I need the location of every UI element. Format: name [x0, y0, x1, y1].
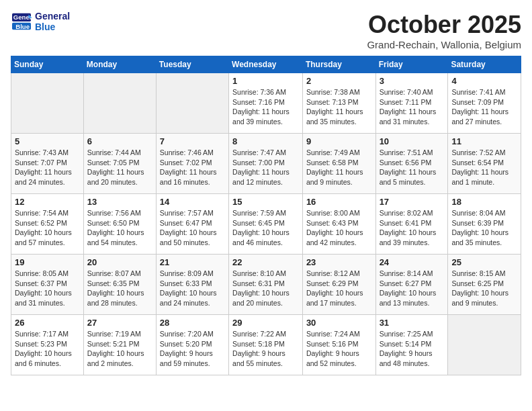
day-number: 22	[232, 257, 299, 267]
day-info: Sunrise: 7:46 AM Sunset: 7:02 PM Dayligh…	[160, 148, 225, 187]
day-number: 24	[380, 257, 445, 267]
week-row-3: 12Sunrise: 7:54 AM Sunset: 6:52 PM Dayli…	[11, 194, 521, 255]
day-number: 13	[87, 197, 152, 207]
day-info: Sunrise: 7:24 AM Sunset: 5:16 PM Dayligh…	[306, 329, 372, 369]
day-info: Sunrise: 7:49 AM Sunset: 6:58 PM Dayligh…	[306, 148, 372, 187]
day-info: Sunrise: 7:51 AM Sunset: 6:56 PM Dayligh…	[380, 148, 445, 187]
calendar-cell: 5Sunrise: 7:43 AM Sunset: 7:07 PM Daylig…	[11, 134, 84, 194]
weekday-header-sunday: Sunday	[11, 56, 84, 73]
day-number: 11	[451, 136, 517, 146]
calendar-cell: 27Sunrise: 7:19 AM Sunset: 5:21 PM Dayli…	[83, 315, 156, 375]
day-info: Sunrise: 8:15 AM Sunset: 6:25 PM Dayligh…	[451, 269, 517, 308]
day-number: 7	[160, 136, 225, 146]
day-number: 16	[306, 197, 372, 207]
calendar-cell: 28Sunrise: 7:20 AM Sunset: 5:20 PM Dayli…	[156, 315, 228, 375]
calendar-cell: 20Sunrise: 8:07 AM Sunset: 6:35 PM Dayli…	[83, 255, 156, 315]
calendar-cell: 2Sunrise: 7:38 AM Sunset: 7:13 PM Daylig…	[302, 73, 375, 134]
day-info: Sunrise: 7:38 AM Sunset: 7:13 PM Dayligh…	[306, 87, 372, 127]
weekday-header-wednesday: Wednesday	[229, 56, 303, 73]
week-row-2: 5Sunrise: 7:43 AM Sunset: 7:07 PM Daylig…	[11, 134, 521, 194]
day-number: 31	[380, 318, 445, 328]
day-info: Sunrise: 7:20 AM Sunset: 5:20 PM Dayligh…	[160, 329, 225, 369]
day-number: 10	[380, 136, 445, 146]
day-info: Sunrise: 8:02 AM Sunset: 6:41 PM Dayligh…	[380, 208, 445, 248]
calendar-cell	[83, 73, 156, 134]
calendar-cell: 22Sunrise: 8:10 AM Sunset: 6:31 PM Dayli…	[229, 255, 303, 315]
day-number: 1	[232, 76, 299, 86]
day-info: Sunrise: 7:43 AM Sunset: 7:07 PM Dayligh…	[15, 148, 80, 187]
calendar-cell: 10Sunrise: 7:51 AM Sunset: 6:56 PM Dayli…	[375, 134, 448, 194]
day-info: Sunrise: 7:25 AM Sunset: 5:14 PM Dayligh…	[380, 329, 445, 369]
page-header: General Blue General Blue October 2025 G…	[11, 11, 521, 50]
day-info: Sunrise: 8:07 AM Sunset: 6:35 PM Dayligh…	[87, 269, 152, 308]
calendar-cell: 7Sunrise: 7:46 AM Sunset: 7:02 PM Daylig…	[156, 134, 228, 194]
day-info: Sunrise: 7:19 AM Sunset: 5:21 PM Dayligh…	[87, 329, 152, 369]
day-info: Sunrise: 8:12 AM Sunset: 6:29 PM Dayligh…	[306, 269, 372, 308]
calendar-cell: 21Sunrise: 8:09 AM Sunset: 6:33 PM Dayli…	[156, 255, 228, 315]
day-number: 27	[87, 318, 152, 328]
title-block: October 2025 Grand-Rechain, Wallonia, Be…	[367, 11, 521, 50]
day-info: Sunrise: 7:57 AM Sunset: 6:47 PM Dayligh…	[160, 208, 225, 248]
day-number: 30	[306, 318, 372, 328]
calendar-cell: 29Sunrise: 7:22 AM Sunset: 5:18 PM Dayli…	[229, 315, 303, 375]
calendar-cell	[156, 73, 228, 134]
weekday-header-tuesday: Tuesday	[156, 56, 228, 73]
day-info: Sunrise: 7:59 AM Sunset: 6:45 PM Dayligh…	[232, 208, 299, 248]
day-number: 21	[160, 257, 225, 267]
calendar-cell: 18Sunrise: 8:04 AM Sunset: 6:39 PM Dayli…	[448, 194, 521, 255]
logo-text-general: General	[35, 11, 70, 21]
day-info: Sunrise: 7:47 AM Sunset: 7:00 PM Dayligh…	[232, 148, 299, 187]
week-row-5: 26Sunrise: 7:17 AM Sunset: 5:23 PM Dayli…	[11, 315, 521, 375]
svg-text:Blue: Blue	[15, 23, 30, 30]
calendar-table: SundayMondayTuesdayWednesdayThursdayFrid…	[11, 56, 521, 375]
day-number: 18	[451, 197, 517, 207]
day-info: Sunrise: 8:10 AM Sunset: 6:31 PM Dayligh…	[232, 269, 299, 308]
day-info: Sunrise: 7:56 AM Sunset: 6:50 PM Dayligh…	[87, 208, 152, 248]
week-row-1: 1Sunrise: 7:36 AM Sunset: 7:16 PM Daylig…	[11, 73, 521, 134]
day-info: Sunrise: 8:14 AM Sunset: 6:27 PM Dayligh…	[380, 269, 445, 308]
logo-text-blue: Blue	[35, 21, 70, 32]
day-number: 28	[160, 318, 225, 328]
calendar-cell: 9Sunrise: 7:49 AM Sunset: 6:58 PM Daylig…	[302, 134, 375, 194]
calendar-cell: 23Sunrise: 8:12 AM Sunset: 6:29 PM Dayli…	[302, 255, 375, 315]
day-info: Sunrise: 8:05 AM Sunset: 6:37 PM Dayligh…	[15, 269, 80, 308]
calendar-cell: 31Sunrise: 7:25 AM Sunset: 5:14 PM Dayli…	[375, 315, 448, 375]
calendar-cell: 26Sunrise: 7:17 AM Sunset: 5:23 PM Dayli…	[11, 315, 84, 375]
calendar-cell: 15Sunrise: 7:59 AM Sunset: 6:45 PM Dayli…	[229, 194, 303, 255]
calendar-cell: 1Sunrise: 7:36 AM Sunset: 7:16 PM Daylig…	[229, 73, 303, 134]
day-number: 14	[160, 197, 225, 207]
calendar-cell: 16Sunrise: 8:00 AM Sunset: 6:43 PM Dayli…	[302, 194, 375, 255]
day-info: Sunrise: 7:40 AM Sunset: 7:11 PM Dayligh…	[380, 87, 445, 127]
calendar-cell: 13Sunrise: 7:56 AM Sunset: 6:50 PM Dayli…	[83, 194, 156, 255]
calendar-cell: 11Sunrise: 7:52 AM Sunset: 6:54 PM Dayli…	[448, 134, 521, 194]
weekday-header-monday: Monday	[83, 56, 156, 73]
weekday-header-row: SundayMondayTuesdayWednesdayThursdayFrid…	[11, 56, 521, 73]
day-number: 8	[232, 136, 299, 146]
location-subtitle: Grand-Rechain, Wallonia, Belgium	[367, 39, 521, 50]
day-info: Sunrise: 8:09 AM Sunset: 6:33 PM Dayligh…	[160, 269, 225, 308]
day-number: 19	[15, 257, 80, 267]
day-info: Sunrise: 7:36 AM Sunset: 7:16 PM Dayligh…	[232, 87, 299, 127]
day-number: 6	[87, 136, 152, 146]
calendar-cell: 12Sunrise: 7:54 AM Sunset: 6:52 PM Dayli…	[11, 194, 84, 255]
day-info: Sunrise: 8:00 AM Sunset: 6:43 PM Dayligh…	[306, 208, 372, 248]
calendar-cell: 6Sunrise: 7:44 AM Sunset: 7:05 PM Daylig…	[83, 134, 156, 194]
day-number: 23	[306, 257, 372, 267]
calendar-cell: 24Sunrise: 8:14 AM Sunset: 6:27 PM Dayli…	[375, 255, 448, 315]
weekday-header-thursday: Thursday	[302, 56, 375, 73]
calendar-cell: 19Sunrise: 8:05 AM Sunset: 6:37 PM Dayli…	[11, 255, 84, 315]
day-number: 12	[15, 197, 80, 207]
week-row-4: 19Sunrise: 8:05 AM Sunset: 6:37 PM Dayli…	[11, 255, 521, 315]
day-number: 4	[451, 76, 517, 86]
logo: General Blue General Blue	[11, 11, 70, 32]
logo-icon: General Blue	[11, 12, 32, 31]
calendar-cell: 14Sunrise: 7:57 AM Sunset: 6:47 PM Dayli…	[156, 194, 228, 255]
calendar-cell: 30Sunrise: 7:24 AM Sunset: 5:16 PM Dayli…	[302, 315, 375, 375]
weekday-header-saturday: Saturday	[448, 56, 521, 73]
day-info: Sunrise: 8:04 AM Sunset: 6:39 PM Dayligh…	[451, 208, 517, 248]
calendar-cell: 3Sunrise: 7:40 AM Sunset: 7:11 PM Daylig…	[375, 73, 448, 134]
day-number: 2	[306, 76, 372, 86]
day-info: Sunrise: 7:17 AM Sunset: 5:23 PM Dayligh…	[15, 329, 80, 369]
calendar-cell: 25Sunrise: 8:15 AM Sunset: 6:25 PM Dayli…	[448, 255, 521, 315]
day-number: 15	[232, 197, 299, 207]
